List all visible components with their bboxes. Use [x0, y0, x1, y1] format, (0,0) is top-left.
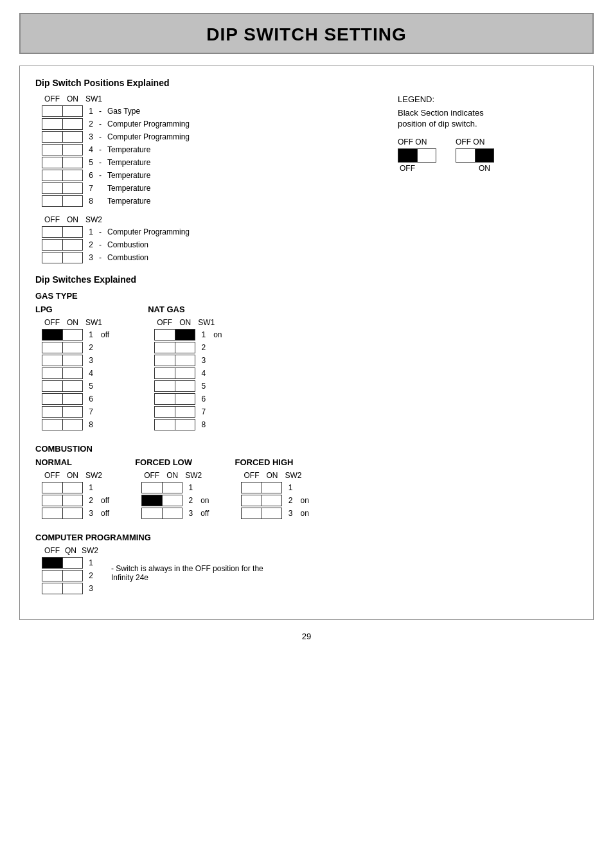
natgas-title: NAT GAS — [148, 305, 222, 314]
dip-row-num: 4 — [83, 369, 96, 378]
sw2-label-row: OFF ON SW2 — [42, 215, 398, 224]
dip-cell-off — [42, 182, 62, 194]
dip-row-num: 5 — [195, 382, 208, 391]
dip-row: 7 — [42, 405, 109, 418]
dip-row-num: 3 — [83, 253, 96, 262]
dip-row: 2on — [241, 494, 308, 507]
dip-row-dash: - — [96, 171, 105, 180]
dip-cell-on — [62, 482, 83, 493]
dip-cell-on — [62, 226, 83, 238]
forced-high-on-label: ON — [262, 471, 282, 480]
dip-row: 8 — [42, 418, 109, 431]
dip-row-desc: Temperature — [105, 184, 150, 193]
comp-prog-section: COMPUTER PROGRAMMING OFF QN SW2 123 - Sw… — [35, 533, 578, 599]
comp-prog-sw-label: SW2 — [79, 546, 105, 555]
normal-variant: NORMAL OFF ON SW2 12off3off — [35, 457, 109, 524]
dip-row-num: 6 — [83, 171, 96, 180]
dip-row-num: 3 — [83, 356, 96, 365]
forced-high-variant: FORCED HIGH OFF ON SW2 12on3on — [235, 457, 308, 524]
dip-row: 5 — [154, 380, 222, 393]
dip-row-num: 3 — [195, 356, 208, 365]
dip-row-dash: - — [96, 145, 105, 154]
legend-on-off-label: OFF ON — [456, 137, 484, 146]
dip-row-desc: Combustion — [105, 253, 148, 262]
dip-row: 1on — [154, 328, 222, 341]
page-number: 29 — [302, 632, 311, 641]
dip-row-num: 3 — [182, 509, 195, 518]
dip-cell-off — [42, 239, 62, 251]
lpg-on-label: ON — [62, 318, 83, 327]
dip-cell-on — [175, 406, 195, 418]
comp-prog-grid: 123 — [42, 556, 105, 595]
lpg-sw-label: SW1 — [83, 318, 109, 327]
natgas-sw-label: SW1 — [195, 318, 221, 327]
dip-row-desc: Temperature — [105, 145, 150, 154]
sw1-sw-label: SW1 — [83, 94, 109, 103]
dip-row: 1-Computer Programming — [42, 226, 398, 238]
dip-row: 5 — [42, 380, 109, 393]
legend-off-labels: OFF ON — [398, 137, 427, 146]
legend-on-cell-off — [456, 148, 475, 163]
dip-row-desc: Combustion — [105, 240, 148, 249]
legend-on-labels: OFF ON — [456, 137, 484, 146]
dip-cell-off — [42, 252, 62, 263]
dip-row: 7Temperature — [42, 182, 398, 195]
gas-type-label: GAS TYPE — [35, 291, 578, 301]
legend-off-off-label: OFF ON — [398, 137, 427, 146]
dip-cell-on — [62, 195, 83, 207]
dip-cell-off — [42, 170, 62, 181]
sw1-label-row: OFF ON SW1 — [42, 94, 398, 103]
dip-row-desc: Computer Programming — [105, 120, 190, 128]
section2-wrapper: Dip Switches Explained GAS TYPE LPG OFF … — [35, 274, 578, 599]
dip-cell-off — [42, 144, 62, 155]
natgas-label-row: OFF ON SW1 — [154, 318, 222, 327]
legend-off-cell-off — [398, 148, 417, 163]
dip-cell-on — [62, 406, 83, 418]
dip-cell-on — [62, 419, 83, 430]
dip-row: 1 — [42, 556, 105, 569]
dip-row: 1 — [42, 481, 109, 494]
dip-row-annot: off — [195, 509, 209, 518]
dip-cell-off — [42, 419, 62, 430]
dip-row: 4-Temperature — [42, 143, 398, 156]
dip-cell-off — [154, 342, 175, 353]
dip-cell-on — [62, 170, 83, 181]
dip-cell-off — [42, 329, 62, 341]
dip-row-num: 5 — [83, 158, 96, 167]
dip-row: 6 — [154, 393, 222, 405]
dip-cell-on — [62, 144, 83, 155]
dip-row: 3-Computer Programming — [42, 130, 398, 143]
gas-type-section: GAS TYPE LPG OFF ON SW1 1off2345678 — [35, 291, 578, 435]
dip-row: 6 — [42, 393, 109, 405]
dip-cell-on — [175, 380, 195, 392]
dip-row-num: 7 — [83, 184, 96, 193]
dip-cell-on — [62, 393, 83, 405]
dip-cell-on — [262, 508, 282, 519]
dip-row-desc: Gas Type — [105, 107, 140, 116]
dip-row-num: 2 — [182, 496, 195, 505]
dip-row: 8 — [154, 418, 222, 431]
legend-on-visual — [456, 148, 494, 163]
dip-cell-on — [262, 495, 282, 506]
dip-cell-off — [42, 368, 62, 379]
dip-row: 3 — [154, 354, 222, 367]
natgas-variant: NAT GAS OFF ON SW1 1on2345678 — [148, 305, 222, 435]
gas-type-variants: LPG OFF ON SW1 1off2345678 NAT GAS OFF — [35, 305, 578, 435]
dip-cell-on — [62, 557, 83, 569]
dip-row-num: 6 — [83, 394, 96, 403]
dip-row-num: 2 — [83, 571, 96, 580]
dip-row-num: 2 — [282, 496, 295, 505]
dip-cell-off — [241, 508, 262, 519]
sw2-sw-label: SW2 — [83, 215, 109, 224]
comp-prog-on-label: QN — [62, 546, 79, 555]
dip-row: 3off — [42, 507, 109, 520]
dip-cell-off — [42, 482, 62, 493]
dip-row-num: 2 — [83, 343, 96, 352]
dip-cell-off — [42, 570, 62, 581]
dip-row-num: 1 — [83, 107, 96, 116]
legend-line1: Black Section indicates — [398, 108, 578, 118]
lpg-grid: 1off2345678 — [42, 328, 109, 431]
dip-row: 8Temperature — [42, 195, 398, 208]
dip-cell-on — [62, 508, 83, 519]
switch-table-area: OFF ON SW1 1-Gas Type2-Computer Programm… — [35, 94, 398, 268]
